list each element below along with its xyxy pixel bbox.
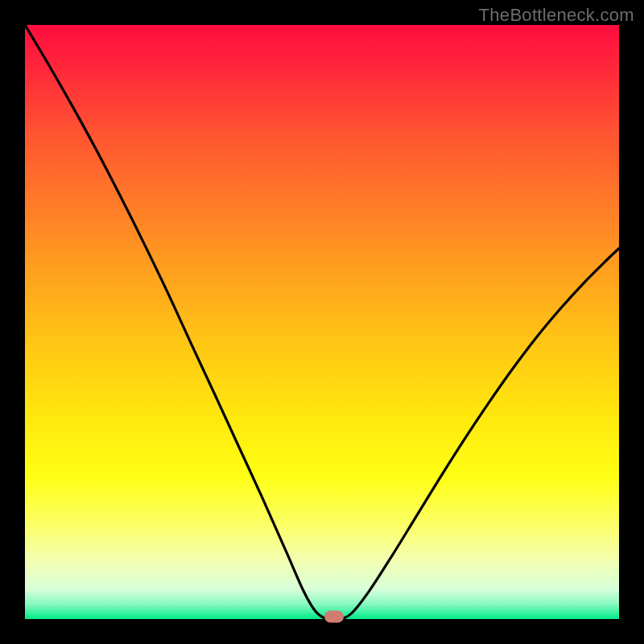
chart-frame: TheBottleneck.com — [0, 0, 644, 644]
optimum-marker — [324, 611, 344, 623]
watermark-text: TheBottleneck.com — [479, 5, 634, 26]
bottleneck-curve — [25, 25, 619, 619]
plot-area — [25, 25, 619, 619]
